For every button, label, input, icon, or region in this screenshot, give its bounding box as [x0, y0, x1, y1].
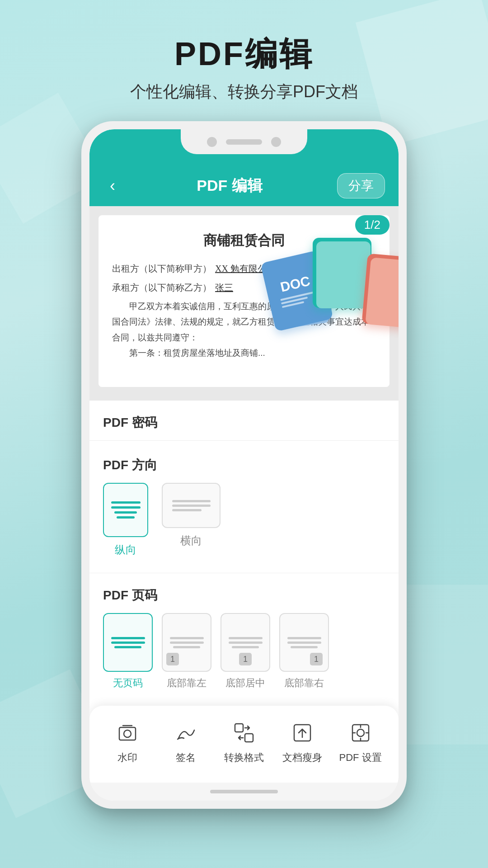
- bc-pagenum-label: 底部居中: [225, 676, 265, 690]
- svg-point-8: [357, 729, 364, 736]
- watermark-label: 水印: [117, 751, 137, 764]
- np-line-1: [111, 637, 145, 639]
- file-icons-group: DOC: [258, 229, 399, 364]
- app-bar: ‹ PDF 编辑 分享: [89, 165, 399, 206]
- direction-divider: [89, 573, 399, 573]
- bc-pagenum-button[interactable]: 1: [221, 613, 270, 672]
- ppt-shadow: [365, 257, 399, 329]
- portrait-line-2: [111, 506, 141, 509]
- landscape-item[interactable]: 横向: [162, 483, 221, 557]
- doc-line-1-label: 出租方（以下简称甲方）: [112, 261, 211, 276]
- phone-inner: ‹ PDF 编辑 分享 1/2 商铺租赁合同 出租方（以下简称甲方） XX 勉有…: [89, 129, 399, 801]
- notch-camera: [207, 137, 217, 147]
- br-line-3: [291, 646, 318, 648]
- notch-camera2: [271, 137, 281, 147]
- page-num-label: PDF 页码: [103, 587, 385, 604]
- notch-speaker: [226, 139, 262, 145]
- password-label: PDF 密码: [103, 414, 385, 431]
- svg-point-1: [124, 730, 131, 737]
- ppt-file-icon: PPT: [365, 256, 399, 326]
- home-indicator: [210, 790, 278, 793]
- phone-notch-area: [89, 129, 399, 165]
- landscape-line-1: [172, 500, 211, 502]
- no-pagenum-label: 无页码: [113, 676, 143, 690]
- br-badge: 1: [310, 653, 323, 665]
- br-pagenum-button[interactable]: 1: [279, 613, 329, 672]
- page-num-section: PDF 页码 无页码: [103, 587, 385, 690]
- bottom-toolbar: 水印 签名: [89, 706, 399, 783]
- signature-icon: [172, 719, 199, 746]
- toolbar-convert[interactable]: 转换格式: [221, 719, 267, 764]
- svg-rect-0: [119, 727, 136, 740]
- no-pagenum-item[interactable]: 无页码: [103, 613, 153, 690]
- no-pagenum-button[interactable]: [103, 613, 153, 672]
- bl-pagenum-button[interactable]: 1: [162, 613, 211, 672]
- doc-line-2-value: 张三: [215, 280, 233, 295]
- portrait-line-4: [117, 516, 135, 519]
- bc-badge: 1: [239, 653, 252, 665]
- landscape-button[interactable]: [162, 483, 221, 528]
- phone-mockup: ‹ PDF 编辑 分享 1/2 商铺租赁合同 出租方（以下简称甲方） XX 勉有…: [81, 121, 407, 809]
- np-line-2: [111, 642, 145, 644]
- bl-pagenum-item[interactable]: 1 底部靠左: [162, 613, 211, 690]
- bl-badge: 1: [166, 653, 179, 665]
- toolbar-pdf-settings[interactable]: PDF 设置: [338, 719, 383, 764]
- pdf-settings-icon: [347, 719, 374, 746]
- settings-panel: PDF 密码 PDF 方向: [89, 401, 399, 690]
- svg-rect-4: [245, 734, 253, 742]
- compress-icon: [289, 719, 316, 746]
- password-divider: [89, 440, 399, 441]
- phone-home-bar: [89, 783, 399, 801]
- doc-label: DOC: [279, 273, 312, 295]
- bc-line-2: [229, 642, 263, 644]
- portrait-line-3: [114, 511, 137, 514]
- bc-pagenum-item[interactable]: 1 底部居中: [221, 613, 270, 690]
- portrait-button[interactable]: [103, 483, 148, 537]
- xls-file-icon: XLS: [313, 238, 371, 308]
- orientation-row: 纵向 横向: [103, 483, 385, 557]
- direction-section: PDF 方向 纵向: [103, 457, 385, 557]
- page-subtitle: 个性化编辑、转换分享PDF文档: [0, 81, 488, 103]
- landscape-label: 横向: [180, 533, 202, 548]
- bl-line-3: [173, 646, 200, 648]
- phone-outer: ‹ PDF 编辑 分享 1/2 商铺租赁合同 出租方（以下简称甲方） XX 勉有…: [81, 121, 407, 809]
- portrait-line-1: [111, 501, 141, 504]
- portrait-label: 纵向: [115, 542, 136, 557]
- br-line-1: [287, 637, 321, 639]
- np-line-3: [114, 646, 141, 648]
- xls-shadow: [316, 241, 371, 308]
- svg-rect-3: [235, 724, 243, 732]
- toolbar-signature[interactable]: 签名: [163, 719, 208, 764]
- pdf-settings-label: PDF 设置: [339, 751, 382, 764]
- document-area: 1/2 商铺租赁合同 出租方（以下简称甲方） XX 勉有限公司 承租方（以下简称…: [89, 206, 399, 401]
- watermark-icon: [114, 719, 141, 746]
- br-line-2: [287, 642, 321, 644]
- page-header: PDF编辑 个性化编辑、转换分享PDF文档: [0, 0, 488, 121]
- signature-label: 签名: [176, 751, 196, 764]
- convert-icon: [230, 719, 258, 746]
- convert-label: 转换格式: [224, 751, 264, 764]
- toolbar-compress[interactable]: 文档瘦身: [280, 719, 325, 764]
- landscape-line-2: [172, 505, 211, 507]
- toolbar-watermark[interactable]: 水印: [105, 719, 150, 764]
- page-num-row: 无页码 1 底部靠左: [103, 613, 385, 690]
- direction-label: PDF 方向: [103, 457, 385, 474]
- password-section: PDF 密码: [103, 414, 385, 441]
- bl-line-1: [170, 637, 204, 639]
- back-button[interactable]: ‹: [103, 174, 122, 198]
- doc-line-2-label: 承租方（以下简称乙方）: [112, 280, 211, 295]
- app-bar-title: PDF 编辑: [122, 175, 337, 196]
- bc-line-1: [229, 637, 263, 639]
- landscape-lines: [172, 500, 211, 511]
- bc-line-3: [232, 646, 259, 648]
- bl-pagenum-label: 底部靠左: [167, 676, 206, 690]
- compress-label: 文档瘦身: [282, 751, 322, 764]
- page-title: PDF编辑: [0, 36, 488, 72]
- br-pagenum-item[interactable]: 1 底部靠右: [279, 613, 329, 690]
- br-pagenum-label: 底部靠右: [284, 676, 324, 690]
- bl-line-2: [170, 642, 204, 644]
- portrait-item[interactable]: 纵向: [103, 483, 148, 557]
- landscape-line-3: [172, 509, 202, 511]
- phone-notch: [181, 129, 307, 154]
- share-button[interactable]: 分享: [337, 173, 385, 198]
